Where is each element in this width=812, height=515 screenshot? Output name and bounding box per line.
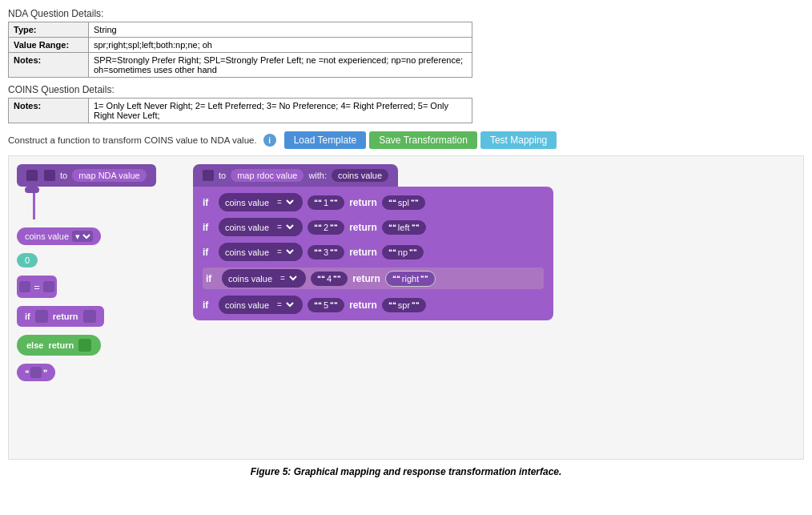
coins-value-dropdown[interactable]: ▾ [72, 231, 93, 242]
ret-open-5: ❝❝ [388, 301, 396, 309]
val-num-3: 3 [324, 247, 328, 257]
test-mapping-button[interactable]: Test Mapping [480, 131, 557, 149]
condition-block-5: coins value = [219, 296, 303, 314]
table-row: Notes: SPR=Strongly Prefer Right; SPL=St… [9, 53, 472, 78]
val-block-3: ❝❝ 3 ❞❞ [308, 245, 344, 260]
ret-val-1: spl [398, 198, 409, 207]
val-num-1: 1 [324, 198, 328, 207]
canvas-area: to map NDA value coins value ▾ 0 = if re [8, 155, 804, 460]
map-nda-label: to [60, 171, 67, 180]
fn-header-icon [203, 170, 214, 181]
return-keyword: return [53, 312, 78, 321]
ret-open-1: ❝❝ [388, 199, 396, 207]
cond-op-dropdown-1[interactable]: = [272, 196, 296, 208]
if-kw-5: if [203, 300, 214, 311]
nda-valuerange-label: Value Range: [9, 38, 89, 53]
equals-puzzle-block: = [17, 276, 57, 298]
coins-section-title: COINS Question Details: [8, 84, 804, 95]
fn-header: to map rdoc value with: coins value [193, 164, 398, 187]
if-row-5: if coins value = ❝❝ 5 ❞❞ return ❝❝ spr ❞… [203, 296, 544, 314]
val-open-3: ❝❝ [314, 248, 322, 256]
if-return-block: if return [17, 306, 104, 327]
coins-notes-label: Notes: [9, 99, 89, 123]
val-open-4: ❝❝ [317, 275, 325, 283]
if-row-2: if coins value = ❝❝ 2 ❞❞ return ❝❝ left … [203, 218, 544, 236]
indent-line [33, 191, 35, 219]
ret-val-5: spr [398, 300, 410, 310]
nda-notes-value: SPR=Strongly Prefer Right; SPL=Strongly … [89, 53, 472, 78]
if-kw-2: if [203, 222, 214, 233]
return-puzzle-slot [83, 310, 96, 323]
condition-block-4: coins value = [222, 269, 306, 288]
number-zero-label: 0 [25, 255, 30, 265]
ret-val-4: right [402, 274, 419, 284]
ret-close-2: ❞❞ [412, 223, 420, 231]
nda-notes-label: Notes: [9, 53, 89, 78]
map-nda-icon [44, 170, 55, 181]
else-return-slot [78, 339, 91, 352]
table-row: Value Range: spr;right;spl;left;both:np;… [9, 38, 472, 53]
cond-op-dropdown-2[interactable]: = [272, 221, 296, 233]
val-open-5: ❝❝ [314, 301, 322, 309]
ret-val-2: left [398, 223, 410, 232]
save-transformation-button[interactable]: Save Transformation [369, 131, 477, 149]
ret-block-4-highlighted: ❝❝ right ❞❞ [385, 271, 436, 287]
string-inner-slot [30, 367, 42, 378]
ret-open-2: ❝❝ [388, 223, 396, 231]
coins-value-label: coins value [25, 231, 69, 241]
puzzle-right [43, 281, 54, 292]
load-template-button[interactable]: Load Template [284, 131, 367, 149]
string-open-quote: ❝ [25, 368, 29, 377]
ret-open-4: ❝❝ [392, 275, 400, 283]
return-kw-1: return [349, 197, 377, 208]
string-empty-block: ❝ ❞ [17, 364, 55, 381]
if-row-3: if coins value = ❝❝ 3 ❞❞ return ❝❝ np ❞❞ [203, 243, 544, 261]
if-kw-1: if [203, 197, 214, 208]
right-function-area: to map rdoc value with: coins value if c… [193, 164, 795, 451]
val-open-1: ❝❝ [314, 199, 322, 207]
ret-close-4: ❞❞ [420, 275, 428, 283]
nda-type-label: Type: [9, 22, 89, 38]
val-block-2: ❝❝ 2 ❞❞ [308, 220, 344, 235]
cond-var-3: coins value [225, 247, 269, 257]
equals-sign: = [34, 281, 40, 293]
cond-op-dropdown-3[interactable]: = [272, 246, 296, 258]
ret-open-3: ❝❝ [388, 248, 396, 256]
val-num-4: 4 [327, 274, 332, 284]
condition-block-3: coins value = [219, 243, 303, 261]
table-row: Notes: 1= Only Left Never Right; 2= Left… [9, 99, 472, 123]
coins-value-block: coins value ▾ [17, 227, 101, 245]
val-close-5: ❞❞ [330, 301, 338, 309]
fn-body: if coins value = ❝❝ 1 ❞❞ return ❝❝ spl ❞… [193, 187, 553, 320]
if-kw-3: if [203, 247, 214, 258]
cond-op-dropdown-4[interactable]: = [275, 272, 299, 284]
nda-section-title: NDA Question Details: [8, 8, 804, 19]
cond-var-5: coins value [225, 300, 269, 310]
toolbar-row: Construct a function to transform COINS … [8, 131, 804, 149]
number-zero-block: 0 [17, 253, 38, 268]
ret-block-5: ❝❝ spr ❞❞ [382, 298, 426, 312]
if-row-4: if coins value = ❝❝ 4 ❞❞ return ❝❝ right… [203, 268, 544, 289]
val-block-1: ❝❝ 1 ❞❞ [308, 195, 344, 210]
val-block-4: ❝❝ 4 ❞❞ [311, 272, 348, 286]
figure-caption: Figure 5: Graphical mapping and response… [8, 466, 804, 477]
ret-close-1: ❞❞ [411, 199, 419, 207]
condition-block-2: coins value = [219, 218, 303, 236]
else-return-keyword: return [48, 340, 74, 350]
puzzle-left [19, 281, 30, 292]
table-row: Type: String [9, 22, 472, 38]
nda-detail-table: Type: String Value Range: spr;right;spl;… [8, 22, 472, 78]
cond-op-dropdown-5[interactable]: = [272, 299, 296, 311]
val-num-5: 5 [324, 300, 328, 310]
nda-details-section: NDA Question Details: Type: String Value… [8, 8, 804, 78]
fn-header-param: coins value [332, 169, 388, 182]
cond-var-1: coins value [225, 198, 269, 207]
return-kw-5: return [349, 300, 377, 311]
val-num-2: 2 [324, 223, 328, 232]
nda-type-value: String [89, 22, 472, 38]
ret-block-1: ❝❝ spl ❞❞ [382, 195, 425, 210]
val-close-4: ❞❞ [333, 275, 341, 283]
val-open-2: ❝❝ [314, 223, 322, 231]
else-return-block: else return [17, 335, 101, 356]
ret-block-2: ❝❝ left ❞❞ [382, 220, 426, 235]
